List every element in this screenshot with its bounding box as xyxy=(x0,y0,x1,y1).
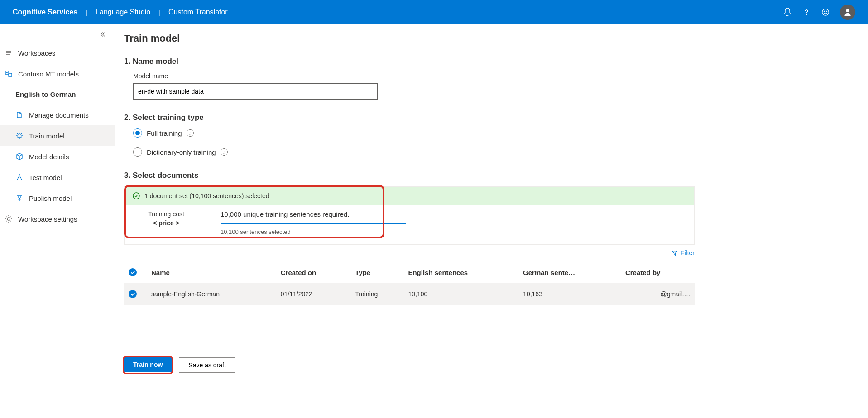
footer-bar: Train now Save as draft xyxy=(115,351,861,379)
crumb-separator: | xyxy=(158,9,160,16)
sidebar-item-label: Contoso MT models xyxy=(18,70,79,78)
cell-created-on: 01/11/2022 xyxy=(276,283,350,305)
step3-heading: 3. Select documents xyxy=(124,171,695,180)
svg-point-6 xyxy=(18,134,21,138)
progress-bar xyxy=(221,223,406,224)
step2-heading: 2. Select training type xyxy=(124,113,695,122)
radio-icon xyxy=(133,128,142,138)
train-now-button[interactable]: Train now xyxy=(124,357,172,372)
training-cost: Training cost < price > xyxy=(139,210,193,227)
top-icons xyxy=(783,5,855,20)
help-icon[interactable] xyxy=(802,8,811,17)
cube-icon xyxy=(15,152,24,161)
check-circle-icon xyxy=(133,192,140,200)
sidebar-item-model-details[interactable]: Model details xyxy=(0,146,115,167)
svg-point-3 xyxy=(824,11,825,12)
sidebar-item-label: Workspace settings xyxy=(18,215,77,223)
selection-summary-text: 1 document set (10,100 sentences) select… xyxy=(144,192,269,200)
model-name-input[interactable] xyxy=(133,83,378,100)
crumb-custom-translator[interactable]: Custom Translator xyxy=(168,8,228,16)
page-title: Train model xyxy=(124,33,695,44)
highlight-box: Train now xyxy=(124,357,172,373)
filter-button[interactable]: Filter xyxy=(671,249,695,256)
flask-icon xyxy=(15,173,24,181)
sidebar-collapse-row xyxy=(0,30,115,43)
cost-value: < price > xyxy=(153,219,179,227)
svg-point-2 xyxy=(822,9,829,15)
sidebar: Workspaces Contoso MT models English to … xyxy=(0,24,115,418)
breadcrumb: Cognitive Services | Language Studio | C… xyxy=(13,8,228,16)
col-type[interactable]: Type xyxy=(350,262,403,283)
svg-point-5 xyxy=(846,9,849,12)
gear-icon xyxy=(5,215,13,223)
model-name-label: Model name xyxy=(133,72,695,80)
sidebar-item-label: Train model xyxy=(29,132,65,140)
save-as-draft-button[interactable]: Save as draft xyxy=(179,357,235,373)
requirement-text: 10,000 unique training sentences require… xyxy=(221,210,406,218)
svg-point-7 xyxy=(7,218,10,220)
crumb-separator: | xyxy=(86,9,87,16)
sidebar-item-publish-model[interactable]: Publish model xyxy=(0,188,115,209)
sidebar-item-label: Manage documents xyxy=(29,111,89,119)
cell-name: sample-English-German xyxy=(147,283,276,305)
document-summary-panel: 1 document set (10,100 sentences) select… xyxy=(124,186,695,245)
sidebar-item-label: Test model xyxy=(29,174,62,181)
requirement-block: 10,000 unique training sentences require… xyxy=(221,210,406,235)
cell-created-by: @gmail…. xyxy=(621,283,695,305)
sidebar-item-workspace-settings[interactable]: Workspace settings xyxy=(0,209,115,229)
sidebar-item-test-model[interactable]: Test model xyxy=(0,167,115,188)
avatar[interactable] xyxy=(840,5,855,20)
notifications-icon[interactable] xyxy=(783,8,792,17)
list-icon xyxy=(5,49,13,57)
col-name[interactable]: Name xyxy=(147,262,276,283)
radio-label: Dictionary-only training xyxy=(147,148,216,156)
collapse-sidebar-icon[interactable] xyxy=(98,30,107,39)
row-checkbox[interactable] xyxy=(129,290,137,298)
sidebar-item-manage-documents[interactable]: Manage documents xyxy=(0,104,115,125)
sidebar-item-project[interactable]: English to German xyxy=(0,84,115,104)
svg-point-1 xyxy=(806,14,806,15)
crumb-cognitive-services[interactable]: Cognitive Services xyxy=(13,8,77,16)
svg-point-8 xyxy=(133,193,139,199)
documents-table: Name Created on Type English sentences G… xyxy=(124,262,695,305)
train-icon xyxy=(15,132,24,140)
sidebar-item-label: English to German xyxy=(15,90,76,98)
radio-dictionary-only[interactable]: Dictionary-only training i xyxy=(133,147,695,157)
content: Train model 1. Name model Model name 2. … xyxy=(115,24,704,351)
step1-heading: 1. Name model xyxy=(124,57,695,66)
cost-label: Training cost xyxy=(148,210,184,218)
table-row[interactable]: sample-English-German 01/11/2022 Trainin… xyxy=(124,283,695,305)
feedback-icon[interactable] xyxy=(821,8,830,17)
translate-icon xyxy=(5,70,13,78)
col-english-sentences[interactable]: English sentences xyxy=(403,262,518,283)
filter-label: Filter xyxy=(681,249,695,256)
top-bar: Cognitive Services | Language Studio | C… xyxy=(0,0,868,24)
select-all-checkbox[interactable] xyxy=(129,268,137,276)
sidebar-item-label: Model details xyxy=(29,153,69,161)
info-icon[interactable]: i xyxy=(221,148,228,156)
radio-icon xyxy=(133,147,142,157)
radio-full-training[interactable]: Full training i xyxy=(133,128,695,138)
filter-row: Filter xyxy=(124,245,695,262)
sidebar-item-train-model[interactable]: Train model xyxy=(0,125,115,146)
crumb-language-studio[interactable]: Language Studio xyxy=(96,8,150,16)
sidebar-item-workspace[interactable]: Contoso MT models xyxy=(0,63,115,84)
cell-type: Training xyxy=(350,283,403,305)
col-german-sentences[interactable]: German sente… xyxy=(518,262,621,283)
sidebar-item-label: Workspaces xyxy=(18,49,55,57)
col-created-by[interactable]: Created by xyxy=(621,262,695,283)
radio-label: Full training xyxy=(147,129,182,137)
cost-requirement-row: Training cost < price > 10,000 unique tr… xyxy=(125,205,694,244)
publish-icon xyxy=(15,194,24,202)
selected-count-text: 10,100 sentences selected xyxy=(221,228,406,235)
cell-english: 10,100 xyxy=(403,283,518,305)
sidebar-item-label: Publish model xyxy=(29,195,72,202)
main: Train model 1. Name model Model name 2. … xyxy=(115,24,868,418)
cell-german: 10,163 xyxy=(518,283,621,305)
sidebar-item-workspaces[interactable]: Workspaces xyxy=(0,43,115,63)
col-created-on[interactable]: Created on xyxy=(276,262,350,283)
documents-icon xyxy=(15,111,24,119)
info-icon[interactable]: i xyxy=(187,129,194,137)
filter-icon xyxy=(671,250,678,256)
training-type-group: Full training i Dictionary-only training… xyxy=(133,128,695,157)
